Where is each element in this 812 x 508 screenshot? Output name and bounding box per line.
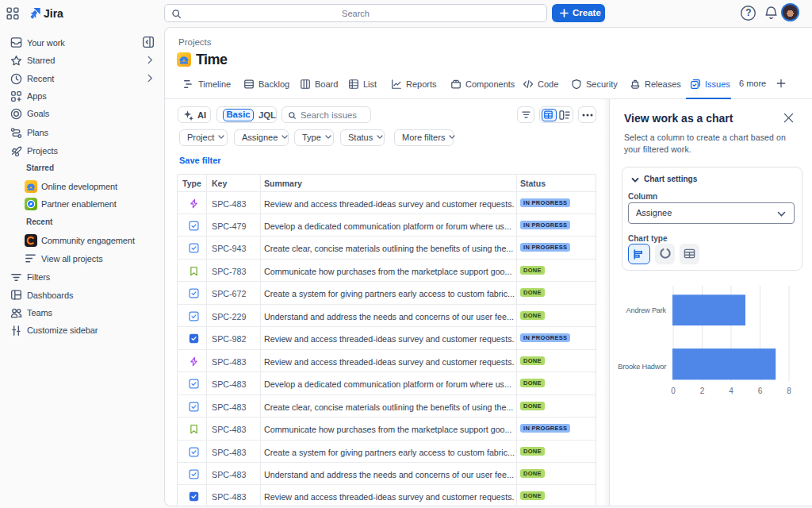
svg-text:4: 4 xyxy=(729,387,733,395)
svg-text:Andrew Park: Andrew Park xyxy=(626,306,667,314)
svg-text:0: 0 xyxy=(671,387,676,395)
svg-text:Brooke Hadwor: Brooke Hadwor xyxy=(618,363,666,371)
svg-text:2: 2 xyxy=(700,387,705,395)
svg-text:6: 6 xyxy=(758,387,763,395)
svg-text:8: 8 xyxy=(787,387,791,395)
